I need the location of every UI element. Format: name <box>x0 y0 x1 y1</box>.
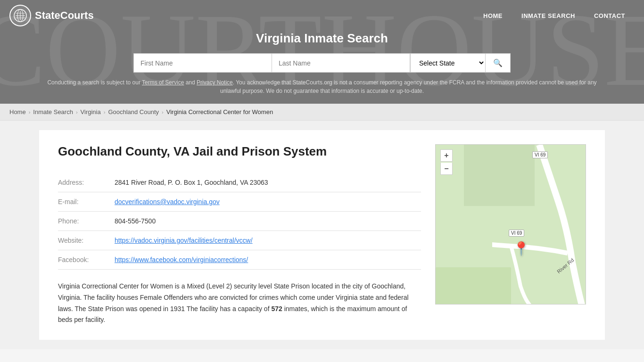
breadcrumb-sep-4: › <box>162 109 164 115</box>
phone-value: 804-556-7500 <box>115 212 421 231</box>
map-roads-svg <box>436 145 586 304</box>
svg-rect-7 <box>436 220 492 263</box>
logo-icon <box>9 5 31 26</box>
address-row: Address: 2841 River Road, P. O. Box 1, G… <box>58 173 421 192</box>
address-label: Address: <box>58 173 115 192</box>
breadcrumb-inmate-search[interactable]: Inmate Search <box>33 108 73 115</box>
nav-inmate-search[interactable]: INMATE SEARCH <box>512 8 585 23</box>
header: StateCourts HOME INMATE SEARCH CONTACT V… <box>0 0 644 104</box>
email-value: docverifications@vadoc.virginia.gov <box>115 192 421 212</box>
privacy-link[interactable]: Privacy Notice <box>197 79 233 86</box>
map-label-vi69-top: VI 69 <box>532 151 548 158</box>
map-zoom-in-button[interactable]: + <box>440 149 453 162</box>
content-card: Goochland County, VA Jail and Prison Sys… <box>39 130 605 340</box>
logo-link[interactable]: StateCourts <box>9 5 94 26</box>
capacity-number: 572 <box>271 305 282 313</box>
facebook-label: Facebook: <box>58 250 115 270</box>
website-value: https://vadoc.virginia.gov/facilities/ce… <box>115 231 421 250</box>
website-link[interactable]: https://vadoc.virginia.gov/facilities/ce… <box>115 237 253 244</box>
logo-svg <box>14 9 27 22</box>
first-name-input[interactable] <box>133 53 272 73</box>
email-row: E-mail: docverifications@vadoc.virginia.… <box>58 192 421 212</box>
map: + − VI 69 VI 69 River Rd 📍 <box>435 144 586 304</box>
website-label: Website: <box>58 231 115 250</box>
top-navigation: StateCourts HOME INMATE SEARCH CONTACT <box>0 0 644 31</box>
website-row: Website: https://vadoc.virginia.gov/faci… <box>58 231 421 250</box>
map-zoom-out-button[interactable]: − <box>440 163 453 175</box>
nav-home[interactable]: HOME <box>474 8 512 23</box>
breadcrumb-sep-3: › <box>104 109 106 115</box>
svg-rect-6 <box>436 267 511 304</box>
map-label-vi69-bottom: VI 69 <box>509 230 524 237</box>
nav-links: HOME INMATE SEARCH CONTACT <box>474 8 635 23</box>
facebook-row: Facebook: https://www.facebook.com/virgi… <box>58 250 421 270</box>
breadcrumb-sep-2: › <box>76 109 78 115</box>
disclaimer-text: Conducting a search is subject to our Te… <box>0 78 644 103</box>
facility-description: Virginia Correctional Center for Women i… <box>58 281 421 326</box>
last-name-input[interactable] <box>272 53 410 73</box>
breadcrumb-home[interactable]: Home <box>9 108 26 115</box>
facility-title: Goochland County, VA Jail and Prison Sys… <box>58 144 421 159</box>
breadcrumb-virginia[interactable]: Virginia <box>81 108 101 115</box>
facility-info: Goochland County, VA Jail and Prison Sys… <box>58 144 421 326</box>
phone-row: Phone: 804-556-7500 <box>58 212 421 231</box>
facebook-value: https://www.facebook.com/virginiacorrect… <box>115 250 421 270</box>
breadcrumb-goochland[interactable]: Goochland County <box>108 108 159 115</box>
logo-text: StateCourts <box>35 9 94 22</box>
search-icon: 🔍 <box>493 58 503 67</box>
email-link[interactable]: docverifications@vadoc.virginia.gov <box>115 198 220 206</box>
nav-contact[interactable]: CONTACT <box>585 8 635 23</box>
search-button[interactable]: 🔍 <box>486 53 511 73</box>
breadcrumb: Home › Inmate Search › Virginia › Goochl… <box>0 104 644 121</box>
map-panel: + − VI 69 VI 69 River Rd 📍 <box>435 144 586 326</box>
facility-details-table: Address: 2841 River Road, P. O. Box 1, G… <box>58 173 421 270</box>
svg-rect-8 <box>464 145 535 206</box>
breadcrumb-sep-1: › <box>29 109 31 115</box>
phone-label: Phone: <box>58 212 115 231</box>
state-select[interactable]: Select State Virginia <box>410 53 486 73</box>
map-pin: 📍 <box>513 241 529 256</box>
main-content: Goochland County, VA Jail and Prison Sys… <box>0 121 644 349</box>
address-value: 2841 River Road, P. O. Box 1, Goochland,… <box>115 173 421 192</box>
facebook-link[interactable]: https://www.facebook.com/virginiacorrect… <box>115 256 248 263</box>
page-title: Virginia Inmate Search <box>0 31 644 46</box>
breadcrumb-current: Virginia Correctional Center for Women <box>166 108 273 115</box>
search-form: Select State Virginia 🔍 <box>133 53 511 73</box>
email-label: E-mail: <box>58 192 115 212</box>
terms-link[interactable]: Terms of Service <box>142 79 184 86</box>
